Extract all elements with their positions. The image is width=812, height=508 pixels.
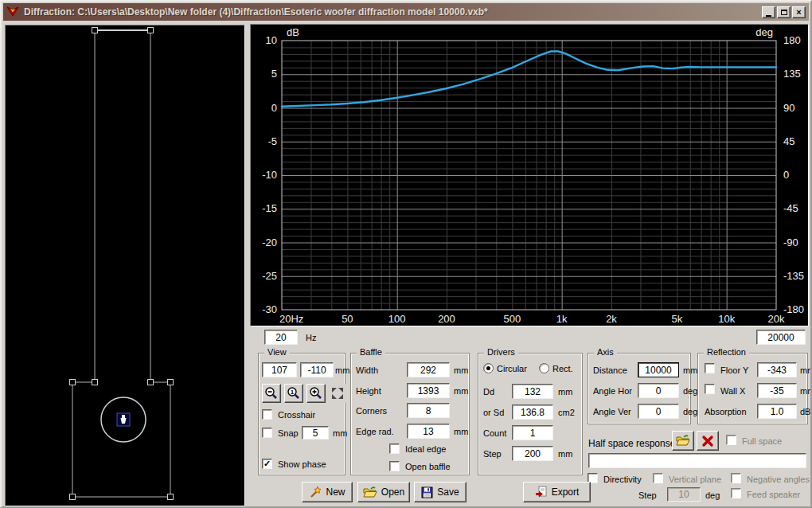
open-baffle-label: Open baffle	[405, 462, 451, 471]
angle-hor-input[interactable]	[638, 383, 679, 398]
x-tick-label: 500	[504, 313, 521, 325]
ideal-edge-checkbox[interactable]	[389, 444, 400, 454]
floor-y-label: Floor Y	[720, 365, 748, 375]
vertical-plane-checkbox[interactable]	[653, 473, 663, 483]
angle-hor-label: Angle Hor	[593, 386, 632, 396]
rect-radio[interactable]	[539, 363, 549, 373]
new-button-label: New	[326, 487, 345, 498]
corner-handle[interactable]	[148, 28, 154, 33]
corner-handle[interactable]	[148, 380, 154, 385]
snap-unit: mm	[333, 428, 347, 438]
view-y-input[interactable]	[300, 362, 334, 377]
show-phase-checkbox[interactable]: ✓	[262, 459, 272, 469]
corner-handle[interactable]	[168, 380, 174, 385]
browse-response-button[interactable]	[672, 431, 694, 451]
reflection-group: Reflection Floor Y mm Wall X mm Absorpti…	[697, 353, 808, 424]
app-window: Diffraction: C:\Users\a\Desktop\New fold…	[0, 0, 812, 508]
circular-radio[interactable]	[483, 363, 494, 373]
zoom-fit-button[interactable]	[328, 384, 347, 403]
corner-handle[interactable]	[92, 28, 98, 33]
right-tick-label: 90	[783, 102, 794, 114]
corner-handle[interactable]	[70, 380, 76, 385]
snap-checkbox[interactable]	[262, 428, 272, 438]
left-tick-label: -20	[262, 236, 277, 248]
feed-speaker-label: Feed speaker	[747, 490, 800, 499]
maximize-button[interactable]	[777, 6, 791, 18]
baffle-group: Baffle Width mm Height mm Corners Edge r…	[350, 353, 470, 475]
freq-end-input[interactable]	[756, 330, 806, 345]
driver-step-input[interactable]	[512, 446, 553, 461]
freq-start-input[interactable]	[264, 330, 298, 345]
baffle-edge-rad-unit: mm	[454, 427, 468, 436]
crosshair-checkbox[interactable]	[262, 409, 272, 420]
zoom-100-button[interactable]: 1	[284, 384, 303, 403]
clear-response-button[interactable]	[697, 431, 719, 451]
corner-handle[interactable]	[70, 494, 76, 500]
baffle-width-input[interactable]	[407, 362, 450, 377]
sd-label: or Sd	[483, 408, 504, 417]
baffle-height-label: Height	[356, 386, 381, 396]
view-x-input[interactable]	[262, 362, 297, 377]
close-button[interactable]: ×	[792, 6, 806, 18]
left-tick-label: -25	[262, 270, 277, 282]
wall-x-label: Wall X	[720, 386, 745, 396]
wall-x-checkbox[interactable]	[705, 384, 715, 394]
open-baffle-checkbox[interactable]	[389, 461, 400, 471]
right-tick-label: -45	[783, 202, 798, 214]
dd-unit: mm	[558, 387, 572, 397]
baffle-corners-input[interactable]	[407, 403, 450, 418]
sd-input[interactable]	[512, 404, 553, 420]
minimize-button[interactable]	[762, 6, 775, 18]
left-tick-label: -5	[267, 135, 277, 147]
title-bar[interactable]: Diffraction: C:\Users\a\Desktop\New fold…	[3, 3, 809, 21]
svg-text:1: 1	[291, 389, 295, 396]
close-icon: ×	[796, 8, 801, 17]
angle-ver-input[interactable]	[638, 404, 679, 419]
negative-angles-checkbox[interactable]	[731, 473, 741, 483]
new-button[interactable]: New	[302, 482, 353, 502]
count-input[interactable]	[512, 425, 553, 440]
baffle-canvas[interactable]	[5, 25, 245, 506]
floor-y-checkbox[interactable]	[705, 363, 715, 373]
directivity-step-input[interactable]	[667, 487, 701, 502]
circular-label: Circular	[497, 364, 527, 373]
angle-hor-unit: deg	[683, 386, 697, 396]
baffle-height-input[interactable]	[407, 383, 450, 398]
export-button[interactable]: Export	[523, 482, 591, 502]
feed-speaker-checkbox[interactable]	[731, 488, 741, 498]
absorption-label: Absorption	[705, 407, 747, 416]
save-floppy-icon	[421, 487, 433, 498]
driver-step-unit: mm	[558, 449, 572, 459]
snap-input[interactable]	[302, 426, 329, 440]
axis-group-label: Axis	[594, 347, 617, 357]
half-space-response-input[interactable]	[588, 453, 806, 468]
floor-y-input[interactable]	[757, 362, 797, 377]
angle-ver-label: Angle Ver	[593, 407, 631, 416]
left-tick-label: -15	[262, 202, 277, 214]
corner-handle[interactable]	[92, 380, 98, 385]
absorption-input[interactable]	[757, 404, 797, 419]
save-button[interactable]: Save	[414, 482, 467, 502]
zoom-in-button[interactable]	[306, 384, 326, 403]
dd-input[interactable]	[512, 384, 553, 399]
baffle-width-label: Width	[356, 365, 378, 375]
zoom-out-button[interactable]	[262, 384, 281, 403]
directivity-label: Directivity	[603, 475, 642, 484]
maximize-icon	[781, 10, 787, 15]
rect-label: Rect.	[552, 364, 573, 373]
show-phase-label: Show phase	[278, 459, 326, 469]
open-button-label: Open	[381, 487, 404, 498]
left-tick-label: 5	[271, 68, 277, 80]
wall-x-input[interactable]	[757, 383, 797, 398]
left-tick-label: -10	[262, 169, 277, 181]
full-space-checkbox[interactable]	[726, 435, 736, 445]
right-tick-label: -135	[783, 270, 804, 282]
save-button-label: Save	[437, 487, 459, 498]
baffle-edge-rad-input[interactable]	[407, 424, 450, 439]
x-tick-label: 20k	[768, 313, 785, 325]
corner-handle[interactable]	[168, 494, 174, 500]
freq-start-unit: Hz	[306, 333, 316, 342]
ideal-edge-label: Ideal edge	[405, 444, 446, 454]
distance-input[interactable]	[638, 362, 679, 377]
open-button[interactable]: Open	[357, 482, 410, 502]
